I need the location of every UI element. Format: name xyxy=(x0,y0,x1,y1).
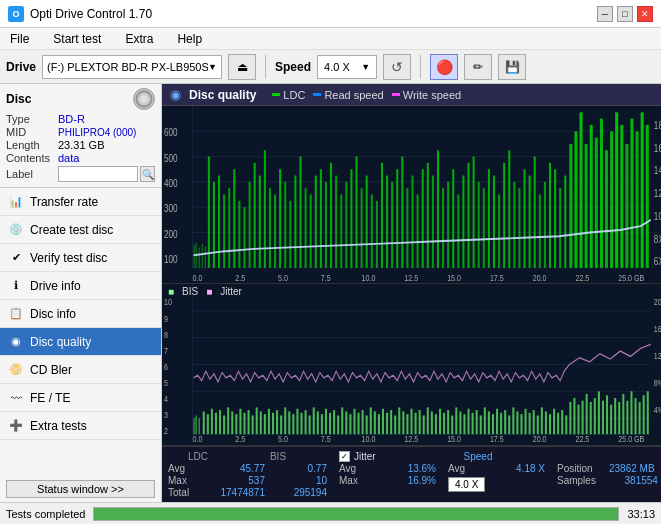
svg-rect-53 xyxy=(412,176,414,268)
svg-rect-69 xyxy=(493,176,495,268)
svg-rect-236 xyxy=(614,398,616,434)
svg-rect-216 xyxy=(533,410,535,434)
svg-text:20%: 20% xyxy=(654,296,661,307)
nav-extra-tests-label: Extra tests xyxy=(30,419,87,433)
speed-selector[interactable]: 4.0 X xyxy=(448,477,485,492)
nav-extra-tests[interactable]: ➕ Extra tests xyxy=(0,412,161,440)
svg-rect-210 xyxy=(508,415,510,434)
close-button[interactable]: ✕ xyxy=(637,6,653,22)
scan-button[interactable]: 🔴 xyxy=(430,54,458,80)
chart-header-title: Disc quality xyxy=(189,88,256,102)
minimize-button[interactable]: ─ xyxy=(597,6,613,22)
svg-rect-162 xyxy=(313,407,315,434)
max-label: Max xyxy=(168,475,203,486)
svg-rect-17 xyxy=(228,188,230,268)
svg-text:2.5: 2.5 xyxy=(235,273,245,283)
cd-bler-icon: 📀 xyxy=(8,362,24,378)
svg-rect-185 xyxy=(406,414,408,434)
svg-rect-232 xyxy=(598,391,600,434)
menu-extra[interactable]: Extra xyxy=(121,30,157,48)
svg-rect-155 xyxy=(284,407,286,434)
jitter-checkbox[interactable]: ✓ xyxy=(339,451,350,462)
nav-disc-quality-label: Disc quality xyxy=(30,335,91,349)
write-button[interactable]: ✏ xyxy=(464,54,492,80)
svg-text:200: 200 xyxy=(164,229,178,240)
toolbar: Drive (F:) PLEXTOR BD-R PX-LB950SA 1.06 … xyxy=(0,50,661,84)
nav-disc-info[interactable]: 📋 Disc info xyxy=(0,300,161,328)
svg-rect-81 xyxy=(554,169,556,268)
nav-verify-test-disc[interactable]: ✔ Verify test disc xyxy=(0,244,161,272)
svg-rect-143 xyxy=(235,414,237,434)
svg-rect-62 xyxy=(457,195,459,268)
svg-rect-65 xyxy=(473,157,475,268)
svg-rect-40 xyxy=(345,182,347,268)
svg-rect-201 xyxy=(472,413,474,434)
disc-panel-title: Disc xyxy=(6,92,31,106)
svg-rect-203 xyxy=(480,415,482,434)
svg-rect-34 xyxy=(315,176,317,268)
svg-text:5.0: 5.0 xyxy=(278,273,288,283)
svg-rect-18 xyxy=(233,169,235,268)
svg-rect-209 xyxy=(504,410,506,434)
svg-rect-225 xyxy=(569,402,571,434)
speed-select[interactable]: 4.0 X ▼ xyxy=(317,55,377,79)
ldc-chart-svg: 600 500 400 300 200 100 18X 16X 14X 12X … xyxy=(162,106,661,283)
svg-rect-12 xyxy=(205,246,206,267)
svg-rect-207 xyxy=(496,409,498,434)
svg-rect-193 xyxy=(439,409,441,434)
svg-text:10.0: 10.0 xyxy=(362,433,376,444)
svg-rect-60 xyxy=(447,182,449,268)
svg-text:14X: 14X xyxy=(654,165,661,176)
svg-rect-90 xyxy=(600,119,603,268)
svg-rect-220 xyxy=(549,414,551,434)
svg-rect-51 xyxy=(401,157,403,268)
eject-button[interactable]: ⏏ xyxy=(228,54,256,80)
nav-drive-info[interactable]: ℹ Drive info xyxy=(0,272,161,300)
label-search-button[interactable]: 🔍 xyxy=(140,166,155,182)
disc-panel: Disc Type BD-R MID PHILIPRO4 (000) Lengt… xyxy=(0,84,161,188)
ldc-label: LDC xyxy=(283,89,305,101)
svg-rect-57 xyxy=(432,176,434,268)
status-window-button[interactable]: Status window >> xyxy=(6,480,155,498)
svg-rect-199 xyxy=(463,414,465,434)
nav-create-test-disc[interactable]: 💿 Create test disc xyxy=(0,216,161,244)
menu-file[interactable]: File xyxy=(6,30,33,48)
svg-rect-164 xyxy=(321,414,323,434)
toolbar-separator xyxy=(265,55,266,79)
refresh-button[interactable]: ↺ xyxy=(383,54,411,80)
max-ldc: 537 xyxy=(205,475,265,486)
drive-select[interactable]: (F:) PLEXTOR BD-R PX-LB950SA 1.06 ▼ xyxy=(42,55,222,79)
svg-rect-177 xyxy=(374,411,376,434)
svg-rect-238 xyxy=(622,394,624,434)
svg-text:400: 400 xyxy=(164,178,178,189)
svg-rect-243 xyxy=(643,395,645,434)
svg-text:16%: 16% xyxy=(654,323,661,334)
nav-transfer-rate[interactable]: 📊 Transfer rate xyxy=(0,188,161,216)
svg-rect-202 xyxy=(476,410,478,434)
svg-rect-137 xyxy=(211,409,213,434)
svg-rect-99 xyxy=(646,125,649,268)
menu-start-test[interactable]: Start test xyxy=(49,30,105,48)
svg-rect-19 xyxy=(238,201,240,268)
restore-button[interactable]: □ xyxy=(617,6,633,22)
nav-fe-te[interactable]: 〰 FE / TE xyxy=(0,384,161,412)
svg-rect-172 xyxy=(353,409,355,434)
svg-rect-25 xyxy=(269,188,271,268)
svg-rect-134 xyxy=(199,418,200,434)
svg-rect-149 xyxy=(260,411,262,434)
svg-rect-138 xyxy=(215,413,217,434)
svg-text:10.0: 10.0 xyxy=(362,273,376,283)
svg-rect-52 xyxy=(406,188,408,268)
menu-help[interactable]: Help xyxy=(173,30,206,48)
nav-cd-bler[interactable]: 📀 CD Bler xyxy=(0,356,161,384)
nav-disc-quality[interactable]: ◉ Disc quality xyxy=(0,328,161,356)
svg-rect-11 xyxy=(202,244,203,268)
svg-rect-205 xyxy=(488,411,490,434)
save-button[interactable]: 💾 xyxy=(498,54,526,80)
label-input[interactable] xyxy=(58,166,138,182)
samples-val: 381554 xyxy=(598,475,658,486)
ldc-col-header: LDC xyxy=(168,451,228,462)
svg-rect-152 xyxy=(272,413,274,434)
mid-label: MID xyxy=(6,126,58,138)
svg-rect-91 xyxy=(605,150,608,268)
